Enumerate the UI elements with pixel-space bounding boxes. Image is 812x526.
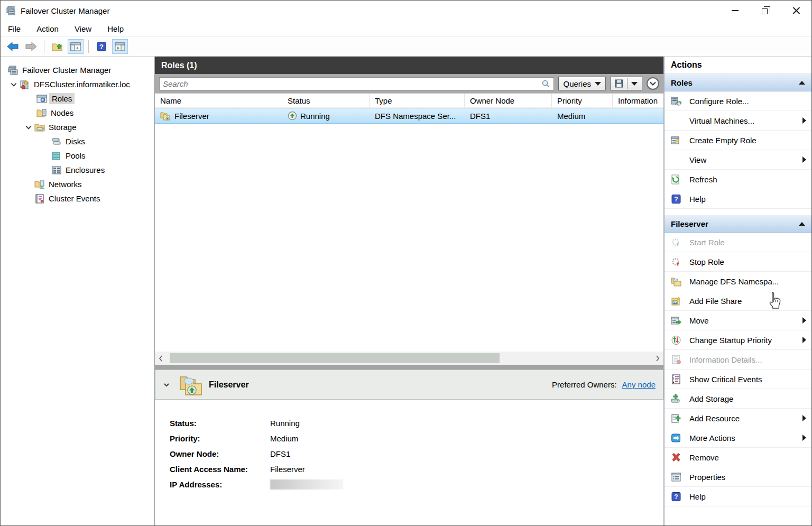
- cluster-icon: [20, 80, 30, 89]
- tree-item-label: Pools: [66, 151, 86, 160]
- menu-help[interactable]: Help: [107, 24, 124, 33]
- remove-icon: [671, 453, 681, 463]
- tree-item-storage[interactable]: Storage: [1, 120, 154, 134]
- action-virtual-machines[interactable]: Virtual Machines...: [665, 111, 811, 131]
- toolbar: ?: [1, 36, 811, 57]
- svg-text:?: ?: [674, 493, 678, 501]
- action-pane-icon: [115, 42, 125, 51]
- action-manage-dfs-namespace[interactable]: Manage DFS Namespa...: [665, 272, 811, 291]
- console-tree-toggle-button[interactable]: [68, 39, 84, 54]
- close-button[interactable]: [781, 1, 811, 21]
- section-title: Fileserver: [671, 219, 708, 228]
- menu-file[interactable]: File: [8, 24, 21, 33]
- field-label-client-access-name: Client Access Name:: [170, 465, 270, 474]
- save-query-split-button[interactable]: [610, 77, 642, 90]
- forward-button[interactable]: [23, 39, 39, 54]
- scroll-left-arrow[interactable]: [155, 355, 167, 362]
- minimize-button[interactable]: [719, 1, 750, 21]
- action-label: Refresh: [689, 175, 806, 184]
- tree-item-label: Networks: [49, 180, 82, 189]
- action-change-startup-priority[interactable]: Change Startup Priority: [665, 330, 811, 350]
- column-header-priority[interactable]: Priority: [552, 94, 613, 107]
- field-label-owner-node: Owner Node:: [170, 449, 270, 458]
- create-empty-role-icon: [671, 135, 681, 145]
- stop-role-icon: [671, 257, 681, 267]
- help-button[interactable]: ?: [94, 39, 109, 54]
- scrollbar-track[interactable]: [167, 352, 652, 365]
- action-roles-help[interactable]: ? Help: [665, 189, 811, 209]
- action-more-actions[interactable]: More Actions: [665, 428, 811, 448]
- tree-item-nodes[interactable]: Nodes: [1, 106, 154, 120]
- tree-item-label: Enclosures: [66, 165, 105, 174]
- scroll-right-arrow[interactable]: [652, 355, 663, 362]
- search-box[interactable]: [159, 77, 554, 90]
- change-startup-priority-icon: [671, 335, 681, 345]
- action-label: More Actions: [689, 433, 802, 442]
- tree-item-cluster[interactable]: DFSCluster.informatiker.loc: [1, 77, 154, 91]
- actions-section-roles[interactable]: Roles: [665, 74, 811, 91]
- action-move[interactable]: Move: [665, 311, 811, 330]
- button-divider: [627, 78, 628, 89]
- queries-dropdown[interactable]: Queries: [558, 77, 606, 90]
- back-arrow-icon: [7, 42, 19, 51]
- tree-item-cluster-events[interactable]: Cluster Events: [1, 191, 154, 206]
- column-header-name[interactable]: Name: [155, 94, 282, 107]
- collapse-section-icon: [799, 222, 805, 226]
- horizontal-scrollbar[interactable]: [155, 352, 663, 365]
- scrollbar-thumb[interactable]: [170, 353, 500, 363]
- action-configure-role[interactable]: Configure Role...: [665, 91, 811, 111]
- forward-arrow-icon: [25, 42, 37, 51]
- actions-section-fileserver[interactable]: Fileserver: [665, 215, 811, 233]
- chevron-expanded-icon[interactable]: [25, 124, 32, 131]
- action-show-critical-events[interactable]: Show Critical Events: [665, 370, 811, 389]
- toolbar-separator: [88, 40, 89, 53]
- tree-item-enclosures[interactable]: Enclosures: [1, 163, 154, 177]
- preferred-owners-label: Preferred Owners:: [552, 380, 617, 389]
- enclosures-icon: [51, 165, 62, 175]
- field-label-ip-addresses: IP Addresses:: [170, 480, 270, 489]
- preferred-owners-link[interactable]: Any node: [622, 380, 656, 389]
- action-remove[interactable]: Remove: [665, 448, 811, 467]
- column-header-type[interactable]: Type: [370, 94, 465, 107]
- action-add-resource[interactable]: Add Resource: [665, 409, 811, 428]
- list-empty-space: [155, 124, 663, 352]
- action-properties[interactable]: Properties: [665, 467, 811, 487]
- disks-icon: [51, 137, 62, 146]
- restore-button[interactable]: [750, 1, 781, 21]
- move-icon: [671, 316, 681, 326]
- tree-item-pools[interactable]: Pools: [1, 149, 154, 163]
- role-row-fileserver[interactable]: Fileserver Running DFS Namespace Ser... …: [155, 108, 663, 124]
- action-add-file-share[interactable]: Add File Share: [665, 291, 811, 311]
- action-stop-role[interactable]: Stop Role: [665, 252, 811, 272]
- collapse-filter-button[interactable]: [647, 77, 659, 90]
- tree-item-root[interactable]: Failover Cluster Manager: [1, 63, 154, 77]
- chevron-expanded-icon[interactable]: [10, 81, 17, 88]
- action-refresh[interactable]: Refresh: [665, 170, 811, 189]
- search-input[interactable]: [163, 79, 541, 88]
- pane-splitter[interactable]: [155, 365, 663, 370]
- tree-item-label: Disks: [66, 137, 85, 146]
- back-button[interactable]: [5, 39, 21, 54]
- up-one-level-button[interactable]: [49, 39, 65, 54]
- action-create-empty-role[interactable]: Create Empty Role: [665, 131, 811, 150]
- tree-item-networks[interactable]: Networks: [1, 177, 154, 191]
- column-header-information[interactable]: Information: [613, 94, 663, 107]
- action-label: Show Critical Events: [689, 375, 806, 384]
- tree-item-roles[interactable]: Roles: [1, 91, 154, 106]
- action-fileserver-help[interactable]: ? Help: [665, 487, 811, 506]
- action-add-storage[interactable]: Add Storage: [665, 389, 811, 409]
- section-gap: [665, 209, 811, 215]
- running-status-icon: [288, 111, 297, 121]
- add-file-share-icon: [671, 296, 681, 306]
- menu-view[interactable]: View: [75, 24, 91, 33]
- app-icon: [6, 5, 16, 16]
- title-bar: Failover Cluster Manager: [1, 1, 811, 21]
- action-pane-toggle-button[interactable]: [112, 39, 128, 54]
- column-header-owner-node[interactable]: Owner Node: [465, 94, 552, 107]
- tree-item-disks[interactable]: Disks: [1, 134, 154, 149]
- action-view[interactable]: View: [665, 150, 811, 170]
- collapse-detail-icon[interactable]: [163, 382, 171, 387]
- menu-action[interactable]: Action: [36, 24, 59, 33]
- column-header-status[interactable]: Status: [282, 94, 370, 107]
- more-actions-icon: [671, 433, 681, 443]
